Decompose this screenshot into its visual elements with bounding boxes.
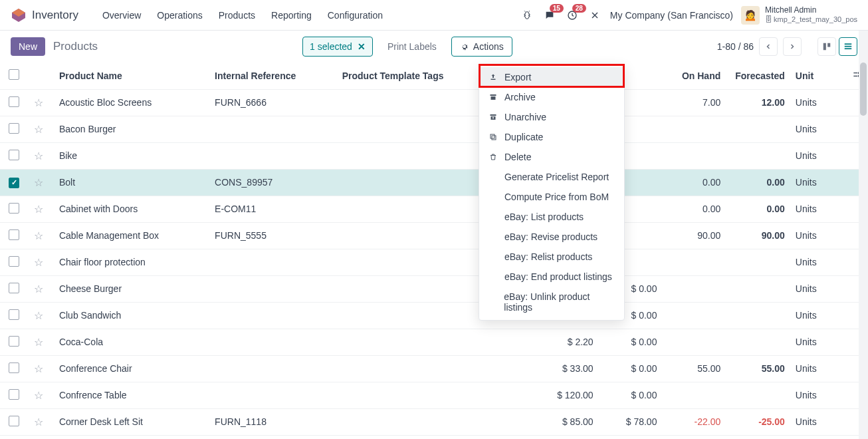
cell-name: Bolt xyxy=(54,169,209,196)
user-menu[interactable]: 🙍 Mitchell Admin 🗄kmp_2_test_may_30_pos xyxy=(741,6,857,25)
table-row[interactable]: ☆Corner Desk Left SitFURN_1118$ 85.00$ 7… xyxy=(0,408,868,435)
activity-badge: 28 xyxy=(572,4,586,13)
row-checkbox[interactable] xyxy=(9,309,19,320)
row-checkbox[interactable] xyxy=(9,178,19,188)
tools-icon[interactable] xyxy=(588,8,602,23)
table-row[interactable]: ☆Chair floor protectionUnits xyxy=(0,249,868,275)
row-checkbox[interactable] xyxy=(9,123,19,134)
cell-name: Club Sandwich xyxy=(54,302,209,329)
star-icon[interactable]: ☆ xyxy=(34,310,43,321)
app-title[interactable]: Inventory xyxy=(32,9,78,22)
cell-unit: Units xyxy=(790,196,847,222)
select-all-checkbox[interactable] xyxy=(9,69,19,80)
bug-icon[interactable] xyxy=(520,8,534,23)
table-row[interactable]: ☆Acoustic Bloc ScreensFURN_66667.0012.00… xyxy=(0,89,868,116)
cell-name: Bacon Burger xyxy=(54,116,209,142)
svg-rect-6 xyxy=(845,46,852,47)
nav-operations[interactable]: Operations xyxy=(149,10,210,21)
scrollbar-track[interactable] xyxy=(859,31,868,439)
star-icon[interactable]: ☆ xyxy=(34,150,43,162)
action-export[interactable]: Export xyxy=(479,67,624,87)
action-ebay-unlink-product-listings[interactable]: eBay: Unlink product listings xyxy=(479,287,624,317)
chat-icon[interactable]: 15 xyxy=(542,8,557,23)
app-logo-icon[interactable] xyxy=(11,7,27,23)
nav-overview[interactable]: Overview xyxy=(94,10,149,21)
table-row[interactable]: ☆Bacon BurgerUnits xyxy=(0,116,868,142)
action-ebay-end-product-listings[interactable]: eBay: End product listings xyxy=(479,267,624,287)
row-checkbox[interactable] xyxy=(9,283,19,293)
pager-range[interactable]: 1-80 / 86 xyxy=(717,41,754,52)
cell-ref xyxy=(209,382,337,408)
svg-rect-13 xyxy=(492,136,496,140)
star-icon[interactable]: ☆ xyxy=(34,283,43,295)
table-row[interactable]: ☆Coca-Cola$ 2.20$ 0.00Units xyxy=(0,329,868,355)
table-row[interactable]: ☆BoltCONS_899570.000.00Units xyxy=(0,169,868,196)
row-checkbox[interactable] xyxy=(9,203,19,214)
action-compute-price-from-bom[interactable]: Compute Price from BoM xyxy=(479,187,624,207)
row-checkbox[interactable] xyxy=(9,150,19,160)
user-name: Mitchell Admin xyxy=(765,6,857,15)
action-archive[interactable]: Archive xyxy=(479,87,624,107)
table-row[interactable]: ☆Confrence Table$ 120.00$ 0.00Units xyxy=(0,382,868,408)
pager-next-button[interactable] xyxy=(783,37,802,56)
nav-products[interactable]: Products xyxy=(211,10,263,21)
action-ebay-revise-products[interactable]: eBay: Revise products xyxy=(479,227,624,247)
activity-icon[interactable]: 28 xyxy=(565,8,580,23)
print-labels-button[interactable]: Print Labels xyxy=(381,37,443,56)
nav-reporting[interactable]: Reporting xyxy=(263,10,320,21)
pager-prev-button[interactable] xyxy=(759,37,778,56)
actions-dropdown-button[interactable]: Actions xyxy=(451,37,512,57)
table-row[interactable]: ☆Cheese Burger$ 7.00$ 0.00Units xyxy=(0,275,868,302)
cell-name: Corner Desk Left Sit xyxy=(54,408,209,435)
star-icon[interactable]: ☆ xyxy=(34,363,43,374)
action-ebay-relist-products[interactable]: eBay: Relist products xyxy=(479,247,624,267)
col-unit[interactable]: Unit xyxy=(790,63,847,89)
star-icon[interactable]: ☆ xyxy=(34,204,43,215)
table-row[interactable]: ☆BikeUnits xyxy=(0,142,868,169)
action-delete[interactable]: Delete xyxy=(479,147,624,167)
star-icon[interactable]: ☆ xyxy=(34,230,43,241)
row-checkbox[interactable] xyxy=(9,416,19,426)
table-row[interactable]: ☆Cable Management BoxFURN_555590.0090.00… xyxy=(0,222,868,249)
action-duplicate[interactable]: Duplicate xyxy=(479,127,624,147)
cell-cost: $ 0.00 xyxy=(599,329,663,355)
star-icon[interactable]: ☆ xyxy=(34,257,43,268)
row-checkbox[interactable] xyxy=(9,389,19,400)
row-checkbox[interactable] xyxy=(9,336,19,347)
kanban-view-button[interactable] xyxy=(817,37,836,56)
row-checkbox[interactable] xyxy=(9,256,19,267)
row-checkbox[interactable] xyxy=(9,229,19,240)
list-view-button[interactable] xyxy=(839,37,857,56)
scrollbar-thumb[interactable] xyxy=(860,63,867,116)
table-row[interactable]: ☆Cabinet with DoorsE-COM110.000.00Units xyxy=(0,196,868,222)
action-generate-pricelist-report[interactable]: Generate Pricelist Report xyxy=(479,167,624,187)
col-internal-reference[interactable]: Internal Reference xyxy=(209,63,337,89)
col-onhand[interactable]: On Hand xyxy=(662,63,726,89)
col-forecast[interactable]: Forecasted xyxy=(726,63,790,89)
cell-forecast: 0.00 xyxy=(726,169,790,196)
table-row[interactable]: ☆Conference Chair$ 33.00$ 0.0055.0055.00… xyxy=(0,355,868,382)
cell-unit: Units xyxy=(790,142,847,169)
star-icon[interactable]: ☆ xyxy=(34,390,43,401)
cell-unit: Units xyxy=(790,116,847,142)
clear-selection-icon[interactable]: ✕ xyxy=(358,41,366,52)
action-unarchive[interactable]: Unarchive xyxy=(479,107,624,127)
cell-unit: Units xyxy=(790,89,847,116)
action-ebay-list-products[interactable]: eBay: List products xyxy=(479,207,624,227)
company-selector[interactable]: My Company (San Francisco) xyxy=(610,10,733,21)
cell-price: $ 120.00 xyxy=(535,382,599,408)
nav-menu: Overview Operations Products Reporting C… xyxy=(94,10,391,21)
col-product-name[interactable]: Product Name xyxy=(54,63,209,89)
star-icon[interactable]: ☆ xyxy=(34,177,43,188)
row-checkbox[interactable] xyxy=(9,96,19,107)
star-icon[interactable]: ☆ xyxy=(34,416,43,428)
actions-dropdown-menu: ExportArchiveUnarchiveDuplicateDeleteGen… xyxy=(479,64,625,321)
nav-configuration[interactable]: Configuration xyxy=(320,10,391,21)
table-row[interactable]: ☆Club Sandwich$ 3.40$ 0.00Units xyxy=(0,302,868,329)
star-icon[interactable]: ☆ xyxy=(34,337,43,348)
star-icon[interactable]: ☆ xyxy=(34,124,43,135)
star-icon[interactable]: ☆ xyxy=(34,97,43,108)
row-checkbox[interactable] xyxy=(9,363,19,373)
new-button[interactable]: New xyxy=(11,37,45,56)
database-icon: 🗄 xyxy=(765,15,772,24)
